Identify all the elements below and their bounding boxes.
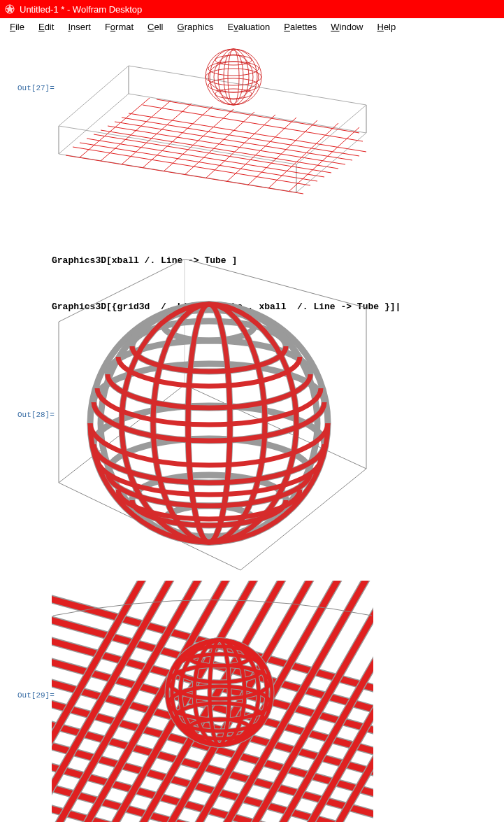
notebook-area[interactable]: Out[27]= Out[28]= Out[29]= Graphics3D[xb…: [0, 35, 504, 822]
svg-point-40: [218, 49, 249, 105]
menu-file[interactable]: File: [3, 20, 31, 34]
menu-cell[interactable]: Cell: [141, 20, 170, 34]
svg-line-9: [101, 130, 338, 169]
app-icon: [4, 3, 15, 15]
menu-bar: File Edit Insert Format Cell Graphics Ev…: [0, 18, 504, 35]
svg-point-41: [210, 49, 257, 105]
output-label-29: Out[29]=: [17, 691, 55, 700]
menu-palettes[interactable]: Palettes: [277, 20, 324, 34]
svg-point-32: [208, 62, 259, 92]
menu-evaluation[interactable]: Evaluation: [221, 20, 278, 34]
svg-point-39: [228, 49, 239, 105]
graphics3d-output-27[interactable]: [52, 35, 373, 210]
svg-point-34: [224, 50, 243, 104]
menu-edit[interactable]: Edit: [31, 20, 61, 34]
menu-format[interactable]: Format: [98, 20, 141, 34]
menu-window[interactable]: Window: [324, 20, 370, 34]
window-titlebar: Untitled-1 * - Wolfram Desktop: [0, 0, 504, 18]
menu-help[interactable]: Help: [370, 20, 403, 34]
window-title: Untitled-1 * - Wolfram Desktop: [20, 4, 142, 15]
output-label-27: Out[27]=: [17, 84, 55, 92]
graphics3d-output-28[interactable]: [52, 259, 373, 581]
graphics3d-output-29[interactable]: [52, 581, 373, 822]
menu-graphics[interactable]: Graphics: [171, 20, 221, 34]
output-label-28: Out[28]=: [17, 411, 55, 419]
menu-insert[interactable]: Insert: [61, 20, 98, 34]
